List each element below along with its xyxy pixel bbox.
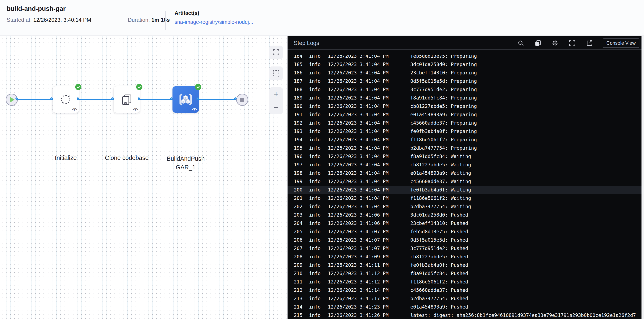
log-line[interactable]: 204info12/26/2023 3:41:06 PM23cbeff14310… — [288, 219, 642, 227]
log-lvl: info — [309, 69, 328, 77]
console-view-button[interactable]: Console View — [603, 39, 640, 48]
log-ln: 213 — [294, 294, 309, 303]
log-msg: c45660adde37: Waiting — [410, 177, 642, 186]
log-lvl: info — [309, 227, 328, 236]
log-ln: 185 — [294, 60, 309, 69]
started-at-value: 12/26/2023, 3:40:14 PM — [33, 17, 91, 23]
port — [138, 97, 140, 100]
log-line[interactable]: 210info12/26/2023 3:41:12 PMf8a91dd5fc84… — [288, 269, 642, 278]
log-line[interactable]: 187info12/26/2023 3:41:04 PM0d5f5a015e5d… — [288, 77, 642, 85]
log-lvl: info — [309, 77, 328, 85]
step-logs-panel: Step Logs — [288, 36, 644, 319]
artifact-link[interactable]: sna-image-registry/simple-nodej... — [174, 19, 253, 25]
log-lvl: info — [309, 219, 328, 227]
log-line[interactable]: 189info12/26/2023 3:41:04 PMf8a91dd5fc84… — [288, 94, 642, 102]
copy-icon[interactable] — [534, 39, 542, 47]
log-ts: 12/26/2023 3:41:04 PM — [328, 110, 410, 119]
log-line[interactable]: 203info12/26/2023 3:41:06 PM3dc01da258d0… — [288, 211, 642, 219]
log-ln: 184 — [294, 55, 309, 60]
node-label-clone-codebase: Clone codebase — [105, 154, 149, 161]
log-lvl: info — [309, 60, 328, 69]
log-ln: 188 — [294, 85, 309, 94]
log-line[interactable]: 211info12/26/2023 3:41:12 PMf1186e5061f2… — [288, 278, 642, 286]
log-line[interactable]: 200info12/26/2023 3:41:04 PMfe0fb3ab4a0f… — [288, 186, 642, 194]
log-ln: 187 — [294, 77, 309, 85]
log-ts: 12/26/2023 3:41:23 PM — [328, 303, 410, 311]
port — [111, 97, 114, 100]
log-ln: 186 — [294, 69, 309, 77]
log-line[interactable]: 206info12/26/2023 3:41:07 PM0d5f5a015e5d… — [288, 236, 642, 244]
log-lvl: info — [309, 252, 328, 261]
stop-icon — [240, 98, 244, 102]
log-line[interactable]: 213info12/26/2023 3:41:17 PMb2dba7477754… — [288, 294, 642, 303]
log-line[interactable]: 185info12/26/2023 3:41:04 PM3dc01da258d0… — [288, 60, 642, 69]
log-ts: 12/26/2023 3:41:14 PM — [328, 286, 410, 294]
log-line[interactable]: 205info12/26/2023 3:41:07 PMfeb5d8d13e75… — [288, 227, 642, 236]
log-ln: 195 — [294, 144, 309, 152]
canvas-selection-button[interactable] — [270, 67, 283, 80]
log-body[interactable]: 184info12/26/2023 3:41:04 PMfeb5d8d13e75… — [288, 55, 642, 319]
log-line[interactable]: 212info12/26/2023 3:41:14 PMc45660adde37… — [288, 286, 642, 294]
log-line[interactable]: 201info12/26/2023 3:41:04 PMf1186e5061f2… — [288, 194, 642, 202]
log-line[interactable]: 196info12/26/2023 3:41:04 PMf8a91dd5fc84… — [288, 152, 642, 161]
log-ln: 211 — [294, 278, 309, 286]
log-msg: f8a91dd5fc84: Waiting — [410, 152, 642, 161]
log-line[interactable]: 188info12/26/2023 3:41:04 PM3c777d951de2… — [288, 85, 642, 94]
log-ts: 12/26/2023 3:41:04 PM — [328, 60, 410, 69]
step-logs-title: Step Logs — [294, 40, 319, 46]
log-ts: 12/26/2023 3:41:26 PM — [328, 311, 410, 319]
gar-registry-icon — [178, 92, 194, 107]
step-node-clone-codebase[interactable]: </> — [114, 86, 140, 113]
pipeline-canvas[interactable]: </> </> — [0, 36, 288, 319]
log-msg: fe0fb3ab4a0f: Pushed — [410, 261, 642, 269]
log-scrollbar[interactable] — [642, 36, 644, 319]
log-ts: 12/26/2023 3:41:04 PM — [328, 144, 410, 152]
open-in-new-icon[interactable] — [586, 39, 593, 47]
node-label-initialize: Initialize — [55, 154, 77, 161]
log-msg: feb5d8d13e75: Pushed — [410, 227, 642, 236]
canvas-zoom-controls: + − — [270, 87, 283, 114]
code-tag: </> — [72, 107, 77, 112]
header-divider — [166, 11, 166, 30]
log-msg: 3c777d951de2: Pushed — [410, 244, 642, 252]
log-lvl: info — [309, 186, 328, 194]
log-line[interactable]: 215info12/26/2023 3:41:26 PMlatest: dige… — [288, 311, 642, 319]
log-msg: f8a91dd5fc84: Pushed — [410, 269, 642, 278]
log-lvl: info — [309, 236, 328, 244]
log-msg: cb81227abde5: Preparing — [410, 102, 642, 110]
log-msg: fe0fb3ab4a0f: Waiting — [410, 186, 642, 194]
log-line[interactable]: 192info12/26/2023 3:41:04 PMc45660adde37… — [288, 119, 642, 127]
log-line[interactable]: 195info12/26/2023 3:41:04 PMb2dba7477754… — [288, 144, 642, 152]
log-actions: Console View — [517, 39, 640, 48]
log-lvl: info — [309, 127, 328, 135]
port — [234, 97, 236, 100]
zoom-in-button[interactable]: + — [270, 87, 283, 101]
log-line[interactable]: 208info12/26/2023 3:41:09 PMcb81227abde5… — [288, 252, 642, 261]
log-ts: 12/26/2023 3:41:04 PM — [328, 77, 410, 85]
log-line[interactable]: 199info12/26/2023 3:41:04 PMc45660adde37… — [288, 177, 642, 186]
log-line[interactable]: 207info12/26/2023 3:41:07 PM3c777d951de2… — [288, 244, 642, 252]
log-line[interactable]: 194info12/26/2023 3:41:04 PMf1186e5061f2… — [288, 135, 642, 144]
node-label-build-and-push-gar: BuildAndPushGAR_1 — [165, 154, 206, 172]
step-node-build-and-push-gar[interactable]: </> — [172, 86, 199, 113]
fullscreen-icon[interactable] — [568, 39, 576, 47]
log-line[interactable]: 184info12/26/2023 3:41:04 PMfeb5d8d13e75… — [288, 55, 642, 60]
log-line[interactable]: 214info12/26/2023 3:41:23 PMe01a454893a9… — [288, 303, 642, 311]
duration-value: 1m 16s — [152, 17, 170, 23]
log-line[interactable]: 193info12/26/2023 3:41:04 PMfe0fb3ab4a0f… — [288, 127, 642, 135]
log-ts: 12/26/2023 3:41:04 PM — [328, 127, 410, 135]
step-node-initialize[interactable]: </> — [52, 86, 79, 113]
log-ln: 193 — [294, 127, 309, 135]
zoom-out-button[interactable]: − — [270, 101, 283, 114]
log-line[interactable]: 197info12/26/2023 3:41:04 PMcb81227abde5… — [288, 161, 642, 169]
log-lvl: info — [309, 177, 328, 186]
log-line[interactable]: 190info12/26/2023 3:41:04 PMcb81227abde5… — [288, 102, 642, 110]
log-line[interactable]: 186info12/26/2023 3:41:04 PM23cbeff14310… — [288, 69, 642, 77]
log-line[interactable]: 209info12/26/2023 3:41:11 PMfe0fb3ab4a0f… — [288, 261, 642, 269]
search-icon[interactable] — [517, 39, 524, 47]
canvas-fullscreen-button[interactable] — [270, 46, 283, 59]
settings-gear-icon[interactable] — [551, 39, 559, 47]
log-line[interactable]: 191info12/26/2023 3:41:04 PMe01a454893a9… — [288, 110, 642, 119]
log-line[interactable]: 198info12/26/2023 3:41:04 PMe01a454893a9… — [288, 169, 642, 177]
log-line[interactable]: 202info12/26/2023 3:41:04 PMb2dba7477754… — [288, 202, 642, 211]
